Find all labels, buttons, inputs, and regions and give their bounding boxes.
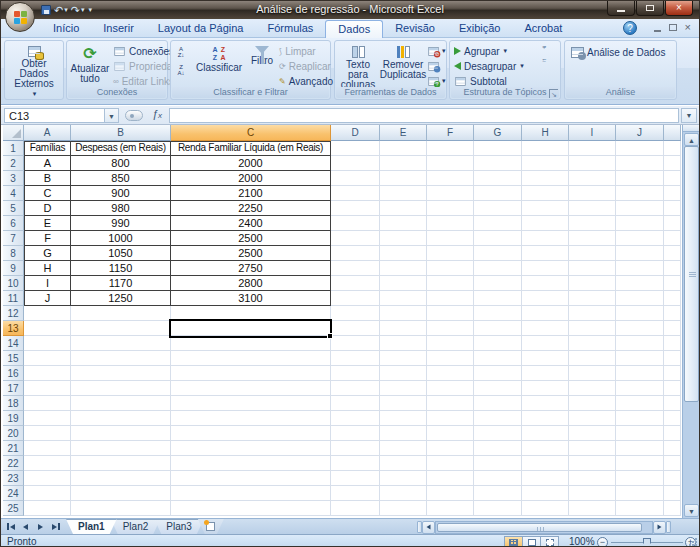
column-header-J[interactable]: J [616, 125, 664, 141]
resize-grip[interactable] [689, 538, 697, 546]
cell-I4[interactable] [569, 186, 616, 201]
cell-H1[interactable] [522, 141, 569, 156]
insert-function-button[interactable]: ƒx [148, 108, 166, 123]
cell-A8[interactable]: G [24, 246, 71, 261]
row-header-18[interactable]: 18 [3, 396, 24, 411]
cell-K8[interactable] [664, 246, 681, 261]
formula-input[interactable] [169, 108, 679, 123]
row-header-21[interactable]: 21 [3, 441, 24, 456]
cell-E22[interactable] [380, 456, 427, 471]
cell-A22[interactable] [24, 456, 71, 471]
cell-J24[interactable] [616, 486, 664, 501]
cell-A21[interactable] [24, 441, 71, 456]
cell-D13[interactable] [331, 321, 380, 336]
workbook-close-icon[interactable]: × [685, 22, 691, 33]
cell-G6[interactable] [474, 216, 522, 231]
cell-C21[interactable] [171, 441, 331, 456]
row-header-2[interactable]: 2 [3, 156, 24, 171]
row-header-7[interactable]: 7 [3, 231, 24, 246]
cell-D15[interactable] [331, 351, 380, 366]
column-header-E[interactable]: E [380, 125, 427, 141]
page-layout-view-button[interactable] [522, 536, 541, 547]
conexoes-button[interactable]: Conexões [113, 44, 168, 58]
cell-J17[interactable] [616, 381, 664, 396]
cell-I24[interactable] [569, 486, 616, 501]
name-box-dropdown-icon[interactable]: ▼ [105, 108, 119, 123]
cell-C11[interactable]: 3100 [171, 291, 331, 306]
cell-K22[interactable] [664, 456, 681, 471]
cell-D10[interactable] [331, 276, 380, 291]
close-button[interactable]: × [665, 1, 693, 16]
cell-B15[interactable] [71, 351, 171, 366]
cell-D1[interactable] [331, 141, 380, 156]
cell-E10[interactable] [380, 276, 427, 291]
cell-J10[interactable] [616, 276, 664, 291]
cell-J3[interactable] [616, 171, 664, 186]
cell-H7[interactable] [522, 231, 569, 246]
cell-E21[interactable] [380, 441, 427, 456]
cell-B14[interactable] [71, 336, 171, 351]
cell-F14[interactable] [427, 336, 474, 351]
save-button[interactable] [41, 5, 51, 15]
redo-button[interactable]: ↷▾ [71, 4, 85, 17]
cell-G10[interactable] [474, 276, 522, 291]
cell-F23[interactable] [427, 471, 474, 486]
cell-K14[interactable] [664, 336, 681, 351]
cell-I5[interactable] [569, 201, 616, 216]
cell-H16[interactable] [522, 366, 569, 381]
sheet-tab-plan3[interactable]: Plan3 [154, 519, 204, 534]
cell-E8[interactable] [380, 246, 427, 261]
cell-F11[interactable] [427, 291, 474, 306]
cell-C6[interactable]: 2400 [171, 216, 331, 231]
cell-H8[interactable] [522, 246, 569, 261]
cell-G21[interactable] [474, 441, 522, 456]
cell-I11[interactable] [569, 291, 616, 306]
cell-A24[interactable] [24, 486, 71, 501]
subtotal-button[interactable]: Subtotal [454, 74, 540, 88]
cell-E4[interactable] [380, 186, 427, 201]
show-detail-icon[interactable]: ⁺⃗ [542, 45, 558, 54]
cell-H5[interactable] [522, 201, 569, 216]
cell-C5[interactable]: 2250 [171, 201, 331, 216]
cell-B16[interactable] [71, 366, 171, 381]
cell-E25[interactable] [380, 501, 427, 516]
cell-H15[interactable] [522, 351, 569, 366]
cell-F20[interactable] [427, 426, 474, 441]
cell-D9[interactable] [331, 261, 380, 276]
cell-F16[interactable] [427, 366, 474, 381]
row-header-1[interactable]: 1 [3, 141, 24, 156]
cell-F9[interactable] [427, 261, 474, 276]
cell-H23[interactable] [522, 471, 569, 486]
row-header-13[interactable]: 13 [3, 321, 24, 336]
cell-J1[interactable] [616, 141, 664, 156]
row-header-9[interactable]: 9 [3, 261, 24, 276]
cell-B1[interactable]: Despesas (em Reais) [71, 141, 171, 156]
column-header-I[interactable]: I [569, 125, 616, 141]
cell-D3[interactable] [331, 171, 380, 186]
scroll-left-icon[interactable] [422, 521, 435, 534]
dialog-launcher-icon[interactable]: ↘ [549, 89, 558, 98]
remover-duplicatas-button[interactable]: Remover Duplicatas [381, 44, 425, 80]
tab-layout-da-pagina[interactable]: Layout da Página [146, 20, 256, 38]
cell-C3[interactable]: 2000 [171, 171, 331, 186]
row-header-5[interactable]: 5 [3, 201, 24, 216]
cell-E12[interactable] [380, 306, 427, 321]
cell-K2[interactable] [664, 156, 681, 171]
cell-J9[interactable] [616, 261, 664, 276]
cell-B8[interactable]: 1050 [71, 246, 171, 261]
cell-C18[interactable] [171, 396, 331, 411]
cell-A17[interactable] [24, 381, 71, 396]
cell-A18[interactable] [24, 396, 71, 411]
cell-I23[interactable] [569, 471, 616, 486]
cell-D11[interactable] [331, 291, 380, 306]
column-header-partial[interactable] [664, 125, 681, 141]
consolidar-button[interactable] [427, 59, 447, 73]
tab-inicio[interactable]: Início [41, 20, 91, 38]
cell-H13[interactable] [522, 321, 569, 336]
cell-A3[interactable]: B [24, 171, 71, 186]
cell-B5[interactable]: 980 [71, 201, 171, 216]
validacao-dados-button[interactable]: ⊘▾ [427, 44, 447, 58]
cell-F2[interactable] [427, 156, 474, 171]
cell-C7[interactable]: 2500 [171, 231, 331, 246]
cell-D24[interactable] [331, 486, 380, 501]
